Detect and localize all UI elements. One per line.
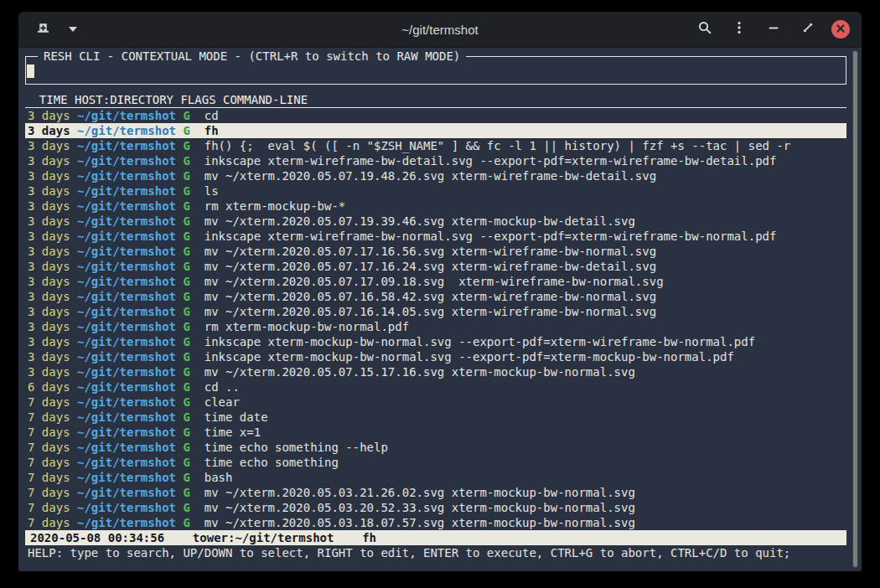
row-command: inkscape xterm-wireframe-bw-normal.svg -…: [204, 230, 777, 243]
row-time: 3 days: [28, 335, 70, 348]
resh-search-panel: RESH CLI - CONTEXTUAL MODE - (CTRL+R to …: [25, 56, 846, 85]
new-tab-icon: [36, 21, 50, 39]
row-time: 7 days: [28, 410, 70, 424]
row-command: mv ~/xterm.2020.05.03.18.07.57.svg xterm…: [204, 516, 635, 529]
history-row[interactable]: 3 days~/git/termshotGmv ~/xterm.2020.05.…: [25, 304, 846, 319]
row-host-directory: ~/git/termshot: [77, 245, 176, 258]
row-flags: G: [183, 109, 189, 122]
close-button[interactable]: [831, 20, 850, 39]
restore-button[interactable]: [797, 18, 819, 40]
row-flags: G: [183, 290, 189, 303]
history-row[interactable]: 7 days~/git/termshotGtime echo something…: [25, 440, 846, 455]
chevron-down-icon: [69, 27, 77, 32]
row-command: mv ~/xterm.2020.05.07.17.16.56.svg xterm…: [204, 245, 656, 258]
row-command: mv ~/xterm.2020.05.07.19.48.26.svg xterm…: [204, 169, 656, 183]
history-row[interactable]: 3 days~/git/termshotGmv ~/xterm.2020.05.…: [25, 289, 846, 304]
row-flags: G: [183, 260, 189, 273]
row-command: inkscape xterm-wireframe-bw-detail.svg -…: [204, 154, 777, 168]
row-flags: G: [183, 139, 189, 152]
history-row[interactable]: 3 days~/git/termshotGinkscape xterm-mock…: [25, 349, 846, 364]
row-flags: G: [183, 410, 189, 424]
history-row[interactable]: 3 days~/git/termshotGfh: [25, 123, 846, 138]
history-row[interactable]: 3 days~/git/termshotGmv ~/xterm.2020.05.…: [25, 168, 846, 183]
menu-button[interactable]: [728, 18, 750, 40]
minimize-button[interactable]: [763, 18, 784, 40]
history-row[interactable]: 3 days~/git/termshotGrm xterm-mockup-bw-…: [25, 199, 846, 214]
row-time: 7 days: [28, 471, 70, 484]
row-time: 3 days: [28, 139, 70, 152]
history-row[interactable]: 7 days~/git/termshotGclear: [25, 395, 846, 410]
row-command: fh() {; eval $( ([ -n "$ZSH_NAME" ] && f…: [204, 139, 791, 152]
close-icon: [836, 22, 846, 37]
row-time: 3 days: [28, 124, 70, 137]
row-flags: G: [183, 199, 189, 213]
row-flags: G: [183, 365, 189, 379]
history-row[interactable]: 3 days~/git/termshotGls: [25, 183, 846, 199]
search-button[interactable]: [694, 18, 716, 40]
row-flags: G: [183, 230, 189, 243]
row-command: bash: [204, 471, 233, 484]
row-command: inkscape xterm-mockup-bw-normal.svg --ex…: [204, 350, 734, 364]
history-row[interactable]: 7 days~/git/termshotGbash: [25, 470, 846, 485]
history-row[interactable]: 3 days~/git/termshotGfh() {; eval $( ([ …: [25, 138, 846, 153]
row-host-directory: ~/git/termshot: [77, 516, 176, 529]
history-row[interactable]: 3 days~/git/termshotGmv ~/xterm.2020.05.…: [25, 259, 846, 274]
history-row[interactable]: 3 days~/git/termshotGcd: [25, 108, 846, 123]
row-time: 3 days: [28, 290, 70, 303]
status-bar: 2020-05-08 00:34:56tower:~/git/termshotf…: [25, 530, 846, 545]
history-row[interactable]: 7 days~/git/termshotGtime date: [25, 410, 846, 425]
row-host-directory: ~/git/termshot: [77, 290, 176, 303]
row-time: 3 days: [28, 214, 70, 228]
row-flags: G: [183, 245, 189, 258]
status-command: fh: [362, 531, 376, 544]
titlebar: ~/git/termshot: [18, 12, 862, 48]
row-time: 3 days: [28, 260, 70, 273]
history-row[interactable]: 7 days~/git/termshotGtime echo something: [25, 455, 846, 470]
history-row[interactable]: 3 days~/git/termshotGmv ~/xterm.2020.05.…: [25, 364, 846, 379]
history-row[interactable]: 3 days~/git/termshotGinkscape xterm-wire…: [25, 153, 846, 168]
row-time: 7 days: [28, 456, 70, 469]
row-flags: G: [183, 456, 189, 469]
history-row[interactable]: 7 days~/git/termshotGmv ~/xterm.2020.05.…: [25, 485, 846, 500]
status-host-path: tower:~/git/termshot: [193, 531, 334, 544]
history-row[interactable]: 3 days~/git/termshotGmv ~/xterm.2020.05.…: [25, 244, 846, 259]
history-row[interactable]: 7 days~/git/termshotGmv ~/xterm.2020.05.…: [25, 500, 846, 515]
history-row[interactable]: 3 days~/git/termshotGinkscape xterm-mock…: [25, 334, 846, 349]
scrollbar-thumb[interactable]: [852, 50, 858, 568]
row-time: 7 days: [28, 426, 70, 439]
row-host-directory: ~/git/termshot: [77, 169, 176, 183]
history-row[interactable]: 3 days~/git/termshotGrm xterm-mockup-bw-…: [25, 319, 846, 334]
restore-window-icon: [800, 20, 815, 39]
row-time: 3 days: [28, 305, 70, 318]
row-host-directory: ~/git/termshot: [77, 139, 176, 152]
row-command: clear: [204, 395, 240, 409]
history-row[interactable]: 7 days~/git/termshotGtime x=1: [25, 425, 846, 440]
history-row[interactable]: 3 days~/git/termshotGmv ~/xterm.2020.05.…: [25, 274, 846, 289]
row-flags: G: [183, 320, 189, 333]
row-flags: G: [183, 154, 189, 168]
row-time: 3 days: [28, 320, 70, 333]
row-command: inkscape xterm-mockup-bw-normal.svg --ex…: [204, 335, 755, 348]
row-host-directory: ~/git/termshot: [77, 350, 176, 364]
history-row[interactable]: 3 days~/git/termshotGmv ~/xterm.2020.05.…: [25, 214, 846, 229]
history-row[interactable]: 7 days~/git/termshotGmv ~/xterm.2020.05.…: [25, 515, 846, 530]
row-host-directory: ~/git/termshot: [77, 230, 176, 243]
row-host-directory: ~/git/termshot: [77, 486, 176, 499]
row-time: 3 days: [28, 245, 70, 258]
row-time: 3 days: [28, 365, 70, 379]
row-flags: G: [183, 426, 189, 439]
history-row[interactable]: 6 days~/git/termshotGcd ..: [25, 379, 846, 395]
row-time: 3 days: [28, 275, 70, 288]
tab-dropdown-button[interactable]: [62, 18, 84, 40]
row-time: 3 days: [28, 184, 70, 198]
new-tab-button[interactable]: [32, 18, 54, 40]
row-host-directory: ~/git/termshot: [77, 441, 176, 454]
row-flags: G: [183, 169, 189, 183]
search-input[interactable]: [27, 64, 842, 78]
row-command: rm xterm-mockup-bw-normal.pdf: [204, 320, 409, 333]
row-command: mv ~/xterm.2020.05.07.19.39.46.svg xterm…: [204, 214, 635, 228]
row-flags: G: [183, 214, 189, 228]
row-command: mv ~/xterm.2020.05.07.16.14.05.svg xterm…: [204, 305, 656, 318]
row-flags: G: [183, 380, 189, 394]
history-row[interactable]: 3 days~/git/termshotGinkscape xterm-wire…: [25, 229, 846, 244]
